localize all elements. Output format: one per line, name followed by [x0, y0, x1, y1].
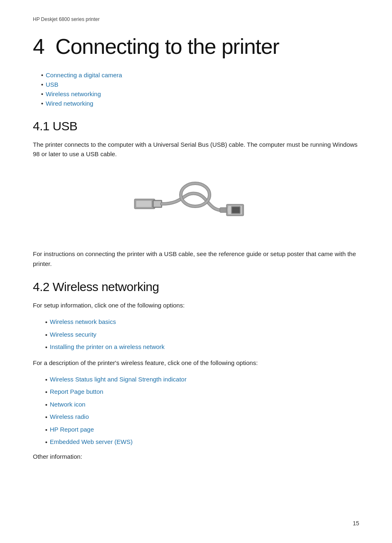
- desc-link-item-0: Wireless Status light and Signal Strengt…: [45, 375, 359, 385]
- svg-rect-6: [220, 208, 227, 213]
- setup-link-item-0: Wireless network basics: [45, 317, 359, 327]
- link-installing-printer-wireless[interactable]: Installing the printer on a wireless net…: [50, 342, 164, 352]
- toc-link-usb[interactable]: USB: [46, 81, 58, 88]
- link-wireless-network-basics[interactable]: Wireless network basics: [50, 317, 116, 327]
- description-intro: For a description of the printer's wirel…: [33, 358, 359, 367]
- setup-links-list: Wireless network basics Wireless securit…: [45, 317, 359, 352]
- description-links-list: Wireless Status light and Signal Strengt…: [45, 375, 359, 447]
- setup-link-item-1: Wireless security: [45, 330, 359, 340]
- section-42-title: 4.2 Wireless networking: [33, 280, 359, 294]
- page-container: HP Deskjet 6800 series printer 4 Connect…: [0, 0, 392, 543]
- wireless-intro: For setup information, click one of the …: [33, 300, 359, 310]
- svg-rect-1: [136, 201, 152, 207]
- svg-rect-10: [232, 207, 240, 213]
- product-name: HP Deskjet 6800 series printer: [33, 16, 100, 22]
- toc-item-usb: USB: [41, 81, 359, 88]
- other-information-label: Other information:: [33, 453, 359, 460]
- chapter-title: 4 Connecting to the printer: [33, 35, 359, 59]
- page-header: HP Deskjet 6800 series printer: [33, 16, 359, 22]
- link-wireless-status-light[interactable]: Wireless Status light and Signal Strengt…: [50, 375, 187, 384]
- desc-link-item-3: Wireless radio: [45, 412, 359, 422]
- link-report-page-button[interactable]: Report Page button: [50, 387, 103, 397]
- usb-cable-illustration: [130, 171, 262, 237]
- link-hp-report-page[interactable]: HP Report page: [50, 425, 94, 434]
- desc-link-item-5: Embedded Web server (EWS): [45, 437, 359, 447]
- desc-link-item-1: Report Page button: [45, 387, 359, 397]
- toc-link-wired[interactable]: Wired networking: [46, 100, 93, 107]
- link-wireless-security[interactable]: Wireless security: [50, 330, 96, 340]
- svg-rect-3: [154, 201, 161, 207]
- setup-link-item-2: Installing the printer on a wireless net…: [45, 342, 359, 352]
- section-41-title: 4.1 USB: [33, 119, 359, 133]
- link-embedded-web-server[interactable]: Embedded Web server (EWS): [50, 437, 132, 447]
- toc-link-camera[interactable]: Connecting a digital camera: [46, 72, 122, 79]
- link-wireless-radio[interactable]: Wireless radio: [50, 412, 89, 422]
- desc-link-item-4: HP Report page: [45, 425, 359, 435]
- usb-para2: For instructions on connecting the print…: [33, 249, 359, 268]
- desc-link-item-2: Network icon: [45, 400, 359, 410]
- usb-image: [33, 171, 359, 237]
- usb-para1: The printer connects to the computer wit…: [33, 140, 359, 159]
- link-network-icon[interactable]: Network icon: [50, 400, 85, 409]
- toc-item-camera: Connecting a digital camera: [41, 72, 359, 79]
- toc-link-wireless[interactable]: Wireless networking: [46, 90, 101, 97]
- toc-item-wireless: Wireless networking: [41, 90, 359, 97]
- table-of-contents: Connecting a digital camera USB Wireless…: [41, 72, 359, 107]
- page-number: 15: [353, 520, 359, 527]
- toc-item-wired: Wired networking: [41, 100, 359, 107]
